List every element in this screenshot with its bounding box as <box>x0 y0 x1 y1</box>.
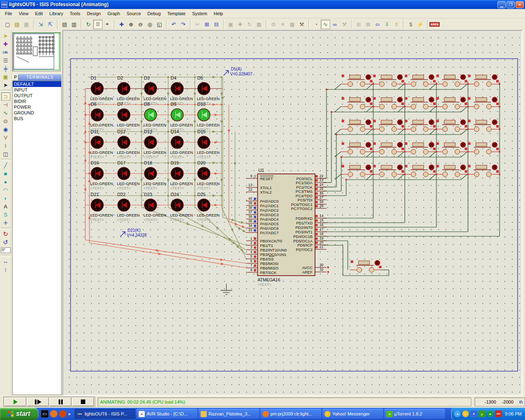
led-D17[interactable]: D17LED-GREEN<TEXT> <box>117 160 140 190</box>
terminal-item-power[interactable]: POWER <box>13 104 61 110</box>
mcu-atmega16[interactable]: U1ATMEGA16<TEXT>9RESET13XTAL112XTAL240PA… <box>246 168 326 287</box>
led-D12[interactable]: D12LED-GREEN<TEXT> <box>117 129 140 159</box>
menu-system[interactable]: System <box>189 10 210 17</box>
pause-button[interactable] <box>50 397 71 406</box>
terminal-item-ground[interactable]: GROUND <box>13 110 61 116</box>
goto-sheet-icon[interactable]: ⇦ <box>373 20 382 29</box>
block-rotate-icon[interactable]: ↻ <box>245 20 254 29</box>
led-D9[interactable]: D9LED-GREEN<TEXT> <box>170 102 193 132</box>
led-D21[interactable]: D21LED-GREEN<TEXT> <box>90 192 113 222</box>
2d-symbol-mode-icon[interactable]: S <box>1 210 10 219</box>
voltage-probe-d5[interactable]: D5(A)V=0.328407 <box>224 67 253 76</box>
led-D13[interactable]: D13LED-GREEN<TEXT> <box>144 129 167 159</box>
2d-text-mode-icon[interactable]: A <box>1 202 10 210</box>
push-button-r4c3[interactable] <box>404 142 436 155</box>
vertical-mirror-icon[interactable]: ↕ <box>1 265 10 274</box>
zoom-all-icon[interactable]: ◎ <box>145 20 155 29</box>
menu-edit[interactable]: Edit <box>32 10 46 17</box>
remove-sheet-icon[interactable]: ⊠ <box>363 20 373 29</box>
collapse-chevron-icon[interactable]: ◂ <box>454 411 461 417</box>
new-root-sheet-icon[interactable]: ⊞ <box>354 20 363 29</box>
push-button-r4c4[interactable] <box>436 142 468 155</box>
redo-icon[interactable]: ↷ <box>178 20 188 29</box>
copy-icon[interactable]: ⊞ <box>202 20 212 29</box>
menu-file[interactable]: File <box>2 10 16 17</box>
quick-launch-overflow[interactable]: » <box>68 411 71 416</box>
push-button-r2c1[interactable] <box>341 97 373 110</box>
menu-debug[interactable]: Debug <box>144 10 164 17</box>
2d-box-mode-icon[interactable]: ■ <box>1 169 10 178</box>
push-button-extra[interactable] <box>350 260 382 273</box>
2d-marker-mode-icon[interactable]: ✛ <box>1 219 10 227</box>
push-button-r3c5[interactable] <box>467 120 499 132</box>
step-button[interactable] <box>27 397 49 406</box>
task-isis[interactable]: isislightsOUT6 - ISIS P... <box>75 409 135 419</box>
push-button-r4c5[interactable] <box>467 142 499 155</box>
push-button-r3c3[interactable] <box>404 120 436 132</box>
firefox-icon[interactable] <box>50 410 57 418</box>
new-file-icon[interactable]: ▢ <box>3 20 12 29</box>
graph-mode-icon[interactable]: ∿ <box>1 109 10 117</box>
make-device-icon[interactable]: ✶ <box>278 20 288 29</box>
menu-help[interactable]: Help <box>210 10 226 17</box>
terminal-item-input[interactable]: INPUT <box>13 87 61 93</box>
voltage-probe-mode-icon[interactable]: V <box>1 133 10 142</box>
led-D11[interactable]: D11LED-GREEN<TEXT> <box>90 129 113 159</box>
pick-button[interactable]: P <box>12 74 18 81</box>
menu-source[interactable]: Source <box>123 10 144 17</box>
menu-design[interactable]: Design <box>84 10 104 17</box>
push-button-r2c3[interactable] <box>404 97 436 110</box>
push-button-r2c2[interactable] <box>372 97 404 110</box>
block-move-icon[interactable]: ✚ <box>235 20 245 29</box>
led-D8[interactable]: D8LED-GREEN<TEXT> <box>144 102 167 132</box>
pick-parts-icon[interactable]: ⚙ <box>269 20 278 29</box>
led-D1[interactable]: D1LED-GREEN<TEXT> <box>90 75 113 105</box>
push-button-r3c2[interactable] <box>372 120 404 132</box>
push-button-r4c1[interactable] <box>341 142 373 155</box>
search-and-tag-icon[interactable]: ∞ <box>330 20 340 29</box>
block-delete-icon[interactable]: ▦ <box>254 20 264 29</box>
play-button[interactable] <box>5 397 26 406</box>
toggle-origin-icon[interactable]: ⌖ <box>103 20 112 29</box>
menu-tools[interactable]: Tools <box>66 10 84 17</box>
terminal-item-bus[interactable]: BUS <box>13 116 61 121</box>
rotate-clockwise-icon[interactable]: ↻ <box>1 230 10 238</box>
start-button[interactable]: start <box>0 408 39 420</box>
led-D10[interactable]: D10LED-GREEN<TEXT> <box>197 102 220 132</box>
led-D2[interactable]: D2LED-GREEN<TEXT> <box>117 75 140 105</box>
real-time-annotation-icon[interactable]: ∿ <box>321 20 330 29</box>
led-D25[interactable]: D25LED-GREEN<TEXT> <box>197 192 220 222</box>
tape-recorder-mode-icon[interactable]: ⊙ <box>1 117 10 125</box>
import-section-icon[interactable]: ⇲ <box>36 20 46 29</box>
led-D14[interactable]: D14LED-GREEN<TEXT> <box>170 129 193 159</box>
property-assignment-icon[interactable]: ⚒ <box>340 20 349 29</box>
cut-icon[interactable]: ✂ <box>193 20 202 29</box>
led-D3[interactable]: D3LED-GREEN<TEXT> <box>144 75 167 105</box>
menu-template[interactable]: Template <box>164 10 189 17</box>
push-button-r5c4[interactable] <box>436 165 468 177</box>
2d-circle-mode-icon[interactable]: ● <box>1 178 10 186</box>
voltage-probe-d21[interactable]: D21(K)V=4.34328 <box>120 228 147 237</box>
print-icon[interactable]: ▤ <box>60 20 69 29</box>
led-D19[interactable]: D19LED-GREEN<TEXT> <box>170 160 193 190</box>
led-D15[interactable]: D15LED-GREEN<TEXT> <box>197 129 220 159</box>
overview-panel[interactable] <box>12 32 61 71</box>
antivirus-tray-icon[interactable]: ● <box>487 411 493 417</box>
2d-path-mode-icon[interactable]: ◗ <box>1 194 10 202</box>
ati-tray-icon[interactable]: ATI <box>495 411 502 417</box>
push-button-r1c2[interactable] <box>372 75 404 87</box>
menu-graph[interactable]: Graph <box>104 10 123 17</box>
inter-sheet-terminal-mode-icon[interactable]: ⊐ <box>1 92 10 100</box>
text-script-mode-icon[interactable]: ☰ <box>1 56 10 64</box>
led-D18[interactable]: D18LED-GREEN<TEXT> <box>144 160 167 190</box>
ground-symbol[interactable] <box>221 284 232 294</box>
return-to-parent-icon[interactable]: ⇧ <box>392 20 401 29</box>
decompose-icon[interactable]: ⚒ <box>297 20 306 29</box>
windows-messenger-tray-icon[interactable]: ✦ <box>470 411 477 417</box>
buses-mode-icon[interactable]: ╪ <box>1 64 10 73</box>
open-file-icon[interactable]: ▤ <box>12 20 22 29</box>
terminal-item-output[interactable]: OUTPUT <box>13 93 61 98</box>
task-folder[interactable]: Razvan_Pistolea_3... <box>199 409 259 419</box>
yahoo-messenger-tray-icon[interactable]: ☺ <box>462 411 469 417</box>
led-D6[interactable]: D6LED-GREEN<TEXT> <box>90 102 113 132</box>
